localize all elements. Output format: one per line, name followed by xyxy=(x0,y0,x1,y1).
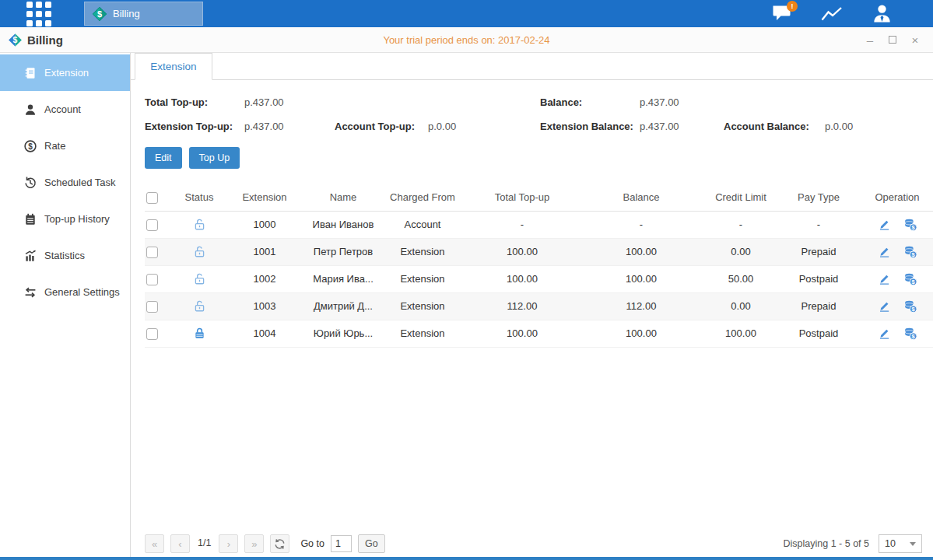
top-up-button[interactable]: Top Up xyxy=(189,147,240,169)
cell-credit-limit: 100.00 xyxy=(703,320,778,347)
body: ExtensionAccount$RateScheduled TaskTop-u… xyxy=(0,53,933,557)
billing-title-diamond-icon: $ xyxy=(8,33,23,47)
edit-icon[interactable] xyxy=(878,245,891,258)
topup-icon[interactable]: $ xyxy=(903,327,917,341)
sidebar-item-account[interactable]: Account xyxy=(0,91,130,128)
sidebar-item-scheduled-task[interactable]: Scheduled Task xyxy=(0,164,130,201)
close-icon[interactable]: × xyxy=(910,34,921,45)
edit-icon[interactable] xyxy=(878,218,891,231)
cell-balance: 100.00 xyxy=(579,320,703,347)
go-button[interactable]: Go xyxy=(358,534,385,553)
next-page-button[interactable]: › xyxy=(219,534,238,553)
cell-pay-type: Postpaid xyxy=(778,265,859,292)
cell-status xyxy=(176,292,223,320)
lock-open-icon xyxy=(193,272,206,285)
app-tab-billing[interactable]: $ Billing xyxy=(84,2,203,26)
edit-icon[interactable] xyxy=(878,272,891,285)
select-all-checkbox[interactable] xyxy=(146,192,158,204)
balance-value: p.437.00 xyxy=(640,96,679,108)
row-checkbox[interactable] xyxy=(146,301,158,313)
cell-extension: 1002 xyxy=(223,265,307,292)
topup-icon[interactable]: $ xyxy=(903,299,917,313)
messages-icon[interactable]: ! xyxy=(770,3,794,25)
cell-operation: $ xyxy=(859,265,933,292)
page-size-value: 10 xyxy=(885,538,896,549)
pagination-bar: « ‹ 1/1 › » Go to xyxy=(131,530,933,557)
minimize-icon[interactable]: – xyxy=(865,34,875,45)
topup-history-icon xyxy=(23,212,37,226)
cell-pay-type: - xyxy=(778,211,859,238)
cell-charged-from: Extension xyxy=(380,320,465,347)
prev-page-button[interactable]: ‹ xyxy=(170,534,190,553)
chevron-down-icon xyxy=(910,542,916,546)
svg-text:$: $ xyxy=(97,9,102,18)
cell-status xyxy=(176,238,223,265)
billing-diamond-icon: $ xyxy=(92,6,107,22)
sidebar-item-label: Extension xyxy=(44,67,89,79)
sidebar-item-statistics[interactable]: Statistics xyxy=(0,237,130,274)
page-indicator: 1/1 xyxy=(198,537,211,548)
edit-button[interactable]: Edit xyxy=(145,147,182,169)
user-account-icon[interactable] xyxy=(869,3,894,25)
topbar-actions: ! xyxy=(770,3,894,25)
lock-closed-icon xyxy=(193,327,206,340)
cell-total-topup: 100.00 xyxy=(465,265,579,292)
cell-balance: 100.00 xyxy=(579,238,703,265)
goto-page-input[interactable] xyxy=(331,535,352,552)
edit-icon[interactable] xyxy=(878,327,891,340)
edit-icon[interactable] xyxy=(878,299,891,313)
topup-icon[interactable]: $ xyxy=(903,245,917,259)
maximize-icon[interactable] xyxy=(889,36,896,44)
statistics-icon xyxy=(23,249,37,263)
row-checkbox[interactable] xyxy=(146,274,158,285)
trial-notice: Your trial period ends on: 2017-02-24 xyxy=(0,34,933,46)
cell-operation: $ xyxy=(859,292,933,320)
cell-balance: - xyxy=(579,211,703,238)
cell-extension: 1003 xyxy=(223,292,307,320)
sidebar-item-top-up-history[interactable]: Top-up History xyxy=(0,201,130,237)
cell-operation: $ xyxy=(859,211,933,238)
cell-charged-from: Extension xyxy=(380,238,465,265)
page-size-select[interactable]: 10 xyxy=(879,534,922,553)
window-controls: – × xyxy=(865,34,921,45)
sidebar-item-extension[interactable]: Extension xyxy=(0,54,130,91)
cell-name: Дмитрий Д... xyxy=(307,292,380,320)
account-topup-label: Account Top-up: xyxy=(335,121,428,132)
refresh-button[interactable] xyxy=(270,534,289,553)
extension-icon xyxy=(23,66,37,80)
app-tab-label: Billing xyxy=(113,8,140,19)
topup-icon[interactable]: $ xyxy=(903,272,917,286)
cell-total-topup: 100.00 xyxy=(465,238,579,265)
sidebar-item-rate[interactable]: $Rate xyxy=(0,128,130,164)
lock-open-icon xyxy=(193,245,206,258)
tab-extension[interactable]: Extension xyxy=(135,53,212,80)
extension-table-wrap: StatusExtensionNameCharged FromTotal Top… xyxy=(145,184,923,348)
account-balance-label: Account Balance: xyxy=(724,121,825,132)
first-page-button[interactable]: « xyxy=(145,534,164,553)
cell-operation: $ xyxy=(859,238,933,265)
column-header-extension: Extension xyxy=(223,184,307,211)
resource-monitor-icon[interactable] xyxy=(819,3,844,25)
last-page-button[interactable]: » xyxy=(244,534,264,553)
sidebar-item-general-settings[interactable]: General Settings xyxy=(0,274,130,310)
cell-charged-from: Account xyxy=(380,211,465,238)
total-topup-value: p.437.00 xyxy=(244,96,284,108)
total-topup-label: Total Top-up: xyxy=(145,96,244,108)
row-checkbox-cell xyxy=(145,292,176,320)
account-topup-value: p.0.00 xyxy=(428,121,456,132)
row-checkbox[interactable] xyxy=(146,247,158,258)
topbar: $ Billing ! xyxy=(0,0,933,27)
column-header-credit-limit: Credit Limit xyxy=(703,184,778,211)
refresh-icon xyxy=(274,538,286,550)
row-checkbox[interactable] xyxy=(146,219,158,231)
sidebar-item-label: Account xyxy=(44,103,81,115)
sidebar-item-label: Statistics xyxy=(44,250,85,261)
table-row-1003: 1003Дмитрий Д...Extension112.00112.000.0… xyxy=(145,292,933,320)
row-checkbox[interactable] xyxy=(146,328,158,340)
account-balance-value: p.0.00 xyxy=(825,121,853,132)
extension-topup-label: Extension Top-up: xyxy=(145,121,244,132)
sidebar-item-label: Scheduled Task xyxy=(44,177,116,188)
topup-icon[interactable]: $ xyxy=(903,218,917,232)
action-buttons: Edit Top Up xyxy=(145,147,933,169)
app-grid-icon[interactable] xyxy=(26,2,51,26)
